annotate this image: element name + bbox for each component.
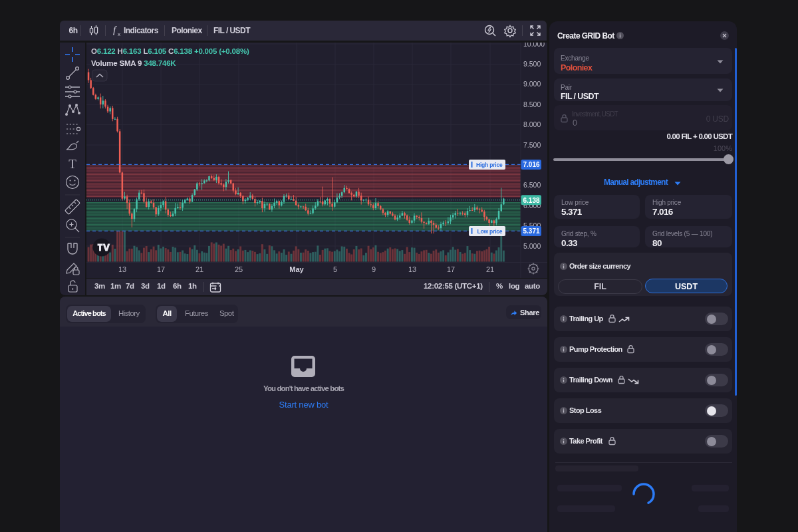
- svg-text:25: 25: [235, 265, 243, 273]
- svg-text:6.138: 6.138: [523, 197, 540, 204]
- svg-text:13: 13: [408, 265, 416, 273]
- svg-text:High price: High price: [476, 162, 503, 168]
- svg-text:8.500: 8.500: [523, 100, 541, 108]
- svg-text:9.500: 9.500: [523, 60, 541, 68]
- svg-text:17: 17: [157, 265, 165, 273]
- svg-text:6.500: 6.500: [523, 181, 541, 189]
- svg-text:5.371: 5.371: [523, 227, 540, 235]
- svg-text:13: 13: [118, 265, 126, 273]
- svg-text:8.000: 8.000: [523, 120, 541, 128]
- svg-text:x: x: [118, 31, 120, 37]
- svg-text:17: 17: [447, 265, 455, 273]
- svg-text:5.000: 5.000: [523, 242, 541, 250]
- svg-text:9.000: 9.000: [523, 80, 541, 88]
- svg-text:21: 21: [486, 265, 494, 273]
- svg-text:T: T: [68, 157, 76, 171]
- svg-text:O6.122 H6.163 L6.105 C6.138 +0: O6.122 H6.163 L6.105 C6.138 +0.005 (+0.0…: [91, 47, 249, 55]
- svg-text:May: May: [289, 265, 304, 273]
- svg-text:21: 21: [196, 265, 203, 273]
- svg-text:Volume SMA 9 348.746K: Volume SMA 9 348.746K: [91, 59, 176, 67]
- svg-text:9: 9: [372, 265, 376, 273]
- svg-text:5: 5: [333, 265, 337, 273]
- svg-text:7.016: 7.016: [523, 161, 540, 168]
- svg-text:f: f: [113, 25, 117, 35]
- svg-text:Low price: Low price: [477, 228, 503, 235]
- svg-text:7.500: 7.500: [523, 141, 541, 149]
- svg-text:10.000: 10.000: [523, 43, 545, 48]
